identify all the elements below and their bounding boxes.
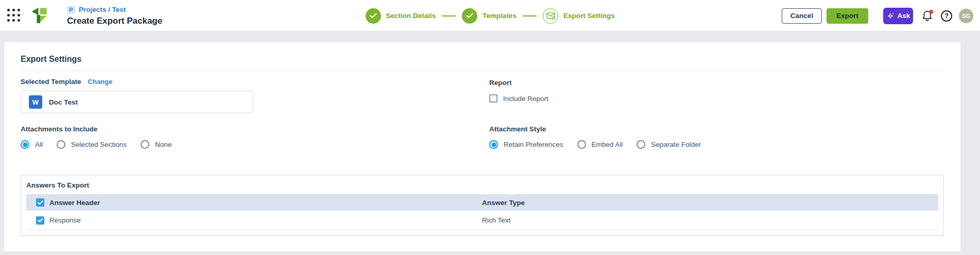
avatar[interactable]: SG [959, 9, 973, 23]
right-column: Report Include Report Attachment Style R… [489, 78, 944, 149]
app-launcher-icon[interactable] [6, 8, 22, 23]
checkbox-icon [489, 94, 497, 103]
page-title: Create Export Package [67, 16, 162, 26]
export-settings-card: Export Settings Selected Template Change… [4, 42, 960, 251]
table-header-row: Answer Header Answer Type [26, 194, 938, 211]
step-label: Templates [483, 12, 517, 20]
radio-option-all[interactable]: All [21, 140, 43, 149]
row-checkbox[interactable] [36, 216, 44, 225]
radio-option-retain-preferences[interactable]: Retain Preferences [489, 140, 563, 149]
notification-badge [929, 10, 933, 14]
attachment-style-radio-group: Retain Preferences Embed All Separate Fo… [489, 140, 944, 149]
checkbox-label: Include Report [503, 95, 548, 103]
radio-icon [21, 140, 29, 149]
settings-form: Selected Template Change W Doc Test Atta… [21, 78, 944, 149]
word-doc-icon: W [29, 95, 42, 109]
radio-icon [141, 140, 149, 149]
wizard-stepper: Section Details Templates Export Setting… [365, 0, 614, 31]
ask-button-label: Ask [898, 12, 910, 20]
cancel-button[interactable]: Cancel [782, 8, 822, 24]
step-connector [442, 15, 456, 16]
step-label: Section Details [386, 12, 436, 20]
top-bar: P Projects / Test Create Export Package … [0, 0, 980, 31]
step-section-details[interactable]: Section Details [365, 8, 436, 24]
step-complete-check-icon [365, 8, 381, 24]
table-row[interactable]: Response Rich Text [26, 211, 938, 230]
header-actions: Cancel Export Ask ? SG [782, 0, 973, 31]
project-icon: P [67, 6, 75, 14]
export-button[interactable]: Export [827, 8, 868, 24]
step-templates[interactable]: Templates [462, 8, 517, 24]
radio-option-selected-sections[interactable]: Selected Sections [57, 140, 127, 149]
section-heading: Export Settings [21, 55, 944, 64]
export-settings-envelope-icon [543, 8, 558, 24]
radio-option-embed-all[interactable]: Embed All [577, 140, 623, 149]
report-label: Report [489, 79, 512, 87]
radio-icon [637, 140, 645, 149]
answers-to-export-panel: Answers To Export Answer Header Answer T… [21, 175, 944, 236]
radio-label: Embed All [592, 141, 623, 148]
radio-option-separate-folder[interactable]: Separate Folder [637, 140, 701, 149]
change-template-link[interactable]: Change [88, 78, 113, 86]
radio-label: Selected Sections [71, 141, 127, 148]
attachment-style-label: Attachment Style [489, 125, 546, 133]
radio-label: Retain Preferences [504, 141, 563, 148]
step-label: Export Settings [563, 12, 615, 20]
attachments-radio-group: All Selected Sections None [21, 140, 489, 149]
answers-table: Answer Header Answer Type Response Rich … [26, 194, 938, 230]
step-export-settings[interactable]: Export Settings [543, 8, 615, 24]
selected-template-card[interactable]: W Doc Test [21, 91, 253, 113]
radio-icon [577, 140, 586, 149]
step-connector [523, 15, 537, 16]
answer-header-cell: Response [49, 216, 81, 224]
left-column: Selected Template Change W Doc Test Atta… [21, 78, 489, 149]
template-name: Doc Test [49, 98, 78, 106]
radio-label: All [35, 141, 43, 148]
radio-option-none[interactable]: None [141, 140, 171, 149]
column-header-answer-type: Answer Type [482, 199, 525, 207]
radio-icon [489, 140, 498, 149]
breadcrumb[interactable]: Projects / Test [79, 6, 126, 13]
attachments-label: Attachments to Include [21, 125, 97, 133]
responsive-logo-icon[interactable] [30, 6, 48, 25]
title-block: P Projects / Test Create Export Package [67, 5, 162, 26]
selected-template-label: Selected Template [21, 78, 81, 86]
step-complete-check-icon [462, 8, 477, 24]
radio-label: None [155, 141, 171, 148]
include-report-checkbox[interactable]: Include Report [489, 94, 944, 103]
column-header-answer-header: Answer Header [49, 199, 100, 207]
ask-spark-icon [886, 12, 895, 20]
divider [21, 71, 944, 71]
answer-type-cell: Rich Text [482, 216, 510, 224]
help-icon[interactable]: ? [941, 10, 952, 22]
select-all-checkbox[interactable] [36, 198, 44, 207]
ask-button[interactable]: Ask [883, 8, 913, 24]
answers-panel-title: Answers To Export [26, 180, 938, 189]
notifications-bell-icon[interactable] [922, 10, 933, 22]
radio-label: Separate Folder [651, 141, 701, 148]
radio-icon [57, 140, 65, 149]
